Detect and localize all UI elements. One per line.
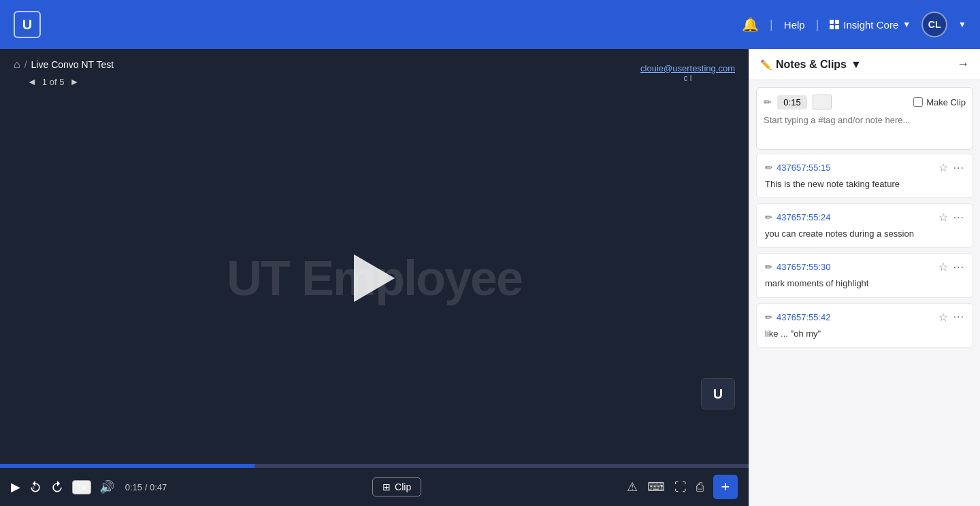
home-icon[interactable]: ⌂	[14, 58, 20, 71]
progress-area	[0, 464, 749, 468]
rewind-icon: 5	[29, 480, 42, 494]
note-timestamp-2[interactable]: 437657:55:30	[777, 262, 831, 272]
star-button-3[interactable]: ☆	[938, 311, 948, 324]
notes-chevron-icon: ▼	[851, 58, 862, 71]
notes-title-dropdown[interactable]: ✏️ Notes & Clips ▼	[760, 58, 862, 71]
color-swatch[interactable]	[813, 95, 832, 109]
note-card-header: ✏ 437657:55:42 ☆ ···	[765, 311, 964, 324]
user-email[interactable]: clouie@usertesting.com	[640, 63, 735, 73]
video-panel: ⌂ / Live Convo NT Test ◄ 1 of 5 ► clouie…	[0, 49, 749, 506]
note-timestamp-3[interactable]: 437657:55:42	[777, 312, 831, 322]
controls-center: ⊞ Clip	[175, 477, 619, 496]
svg-text:5: 5	[33, 486, 35, 490]
notes-expand-icon[interactable]: →	[957, 57, 969, 71]
video-controls: ▶ 5 1x 🔊 0:15 / 0:47 ⊞ Clip	[0, 468, 749, 506]
note-card-left: ✏ 437657:55:42	[765, 312, 831, 322]
notes-list: ✏ 437657:55:15 ☆ ··· This is the new not…	[749, 154, 980, 506]
main-layout: ⌂ / Live Convo NT Test ◄ 1 of 5 ► clouie…	[0, 49, 980, 506]
play-overlay-button[interactable]	[350, 254, 398, 302]
more-button-1[interactable]: ···	[953, 212, 964, 224]
rewind-button[interactable]: 5	[29, 480, 42, 494]
note-actions-1: ☆ ···	[938, 211, 964, 224]
note-card-left: ✏ 437657:55:24	[765, 212, 831, 222]
insight-core-menu[interactable]: Insight Core ▼	[830, 19, 911, 31]
note-pencil-icon: ✏	[764, 97, 772, 107]
watermark-badge: U	[701, 378, 735, 409]
note-textarea[interactable]	[764, 115, 966, 139]
star-button-2[interactable]: ☆	[938, 260, 948, 273]
clip-button[interactable]: ⊞ Clip	[372, 477, 421, 496]
share-icon[interactable]: ⎙	[696, 480, 704, 494]
breadcrumb-separator: /	[24, 59, 27, 70]
note-card: ✏ 437657:55:30 ☆ ··· mark moments of hig…	[756, 253, 973, 297]
note-actions-0: ☆ ···	[938, 161, 964, 174]
page-indicator: 1 of 5	[42, 77, 65, 87]
pagination: ◄ 1 of 5 ►	[14, 76, 114, 87]
volume-button[interactable]: 🔊	[99, 479, 114, 494]
user-info: clouie@usertesting.com c l	[640, 63, 735, 83]
note-actions-3: ☆ ···	[938, 311, 964, 324]
time-display: 0:15 / 0:47	[125, 482, 167, 492]
video-area[interactable]: UT Employee U	[0, 92, 749, 464]
note-card: ✏ 437657:55:15 ☆ ··· This is the new not…	[756, 154, 973, 198]
nav-right: 🔔 | Help | Insight Core ▼ CL ▼	[742, 12, 966, 37]
notes-panel: ✏️ Notes & Clips ▼ → ✏ Make Clip	[749, 49, 980, 506]
make-clip-label[interactable]: Make Clip	[913, 97, 966, 107]
progress-bar-fill	[0, 464, 255, 468]
avatar-chevron-icon[interactable]: ▼	[958, 20, 966, 29]
note-card: ✏ 437657:55:42 ☆ ··· like ... "oh my"	[756, 303, 973, 348]
controls-right: ⚠ ⌨ ⛶ ⎙ +	[627, 475, 738, 499]
note-edit-icon-0: ✏	[765, 163, 772, 173]
note-text-0: This is the new note taking feature	[765, 178, 964, 190]
help-link[interactable]: Help	[784, 19, 805, 31]
fullscreen-icon[interactable]: ⛶	[674, 480, 687, 494]
add-button[interactable]: +	[713, 475, 738, 499]
forward-icon	[50, 480, 64, 494]
forward-button[interactable]	[50, 480, 64, 494]
more-button-0[interactable]: ···	[953, 162, 964, 174]
grid-icon	[830, 20, 839, 29]
keyboard-icon[interactable]: ⌨	[647, 479, 665, 494]
note-edit-icon-1: ✏	[765, 212, 772, 222]
alert-icon[interactable]: ⚠	[627, 479, 638, 494]
note-card-left: ✏ 437657:55:30	[765, 262, 831, 272]
make-clip-checkbox[interactable]	[913, 97, 923, 107]
top-navigation: U 🔔 | Help | Insight Core ▼ CL ▼	[0, 0, 980, 49]
note-card-header: ✏ 437657:55:24 ☆ ···	[765, 211, 964, 224]
speed-button[interactable]: 1x	[72, 480, 91, 494]
play-button[interactable]: ▶	[11, 479, 20, 494]
progress-bar-track[interactable]	[0, 464, 749, 468]
note-text-2: mark moments of highlight	[765, 277, 964, 290]
note-card-header: ✏ 437657:55:15 ☆ ···	[765, 161, 964, 174]
user-initials: c l	[640, 73, 735, 83]
note-timestamp-1[interactable]: 437657:55:24	[777, 212, 831, 222]
nav-divider-2: |	[816, 18, 819, 32]
more-button-3[interactable]: ···	[953, 311, 964, 323]
insight-chevron-icon: ▼	[902, 20, 911, 29]
note-time-row: ✏ Make Clip	[764, 95, 966, 109]
next-page-button[interactable]: ►	[69, 76, 79, 87]
star-button-1[interactable]: ☆	[938, 211, 948, 224]
note-text-3: like ... "oh my"	[765, 328, 964, 340]
nav-divider-1: |	[770, 18, 773, 32]
note-input-area: ✏ Make Clip	[756, 87, 973, 150]
volume-icon: 🔊	[99, 479, 114, 494]
note-text-1: you can create notes during a session	[765, 228, 964, 240]
note-time-input[interactable]	[777, 95, 807, 109]
bell-icon[interactable]: 🔔	[742, 16, 759, 33]
notes-edit-icon: ✏️	[760, 59, 772, 70]
breadcrumb: ⌂ / Live Convo NT Test	[14, 58, 114, 71]
play-icon: ▶	[11, 479, 20, 494]
clip-icon: ⊞	[382, 482, 391, 492]
app-logo[interactable]: U	[14, 11, 41, 38]
note-edit-icon-3: ✏	[765, 312, 772, 322]
prev-page-button[interactable]: ◄	[27, 76, 37, 87]
notes-header: ✏️ Notes & Clips ▼ →	[749, 49, 980, 80]
avatar[interactable]: CL	[921, 12, 947, 37]
star-button-0[interactable]: ☆	[938, 161, 948, 174]
note-card-header: ✏ 437657:55:30 ☆ ···	[765, 260, 964, 273]
note-timestamp-0[interactable]: 437657:55:15	[777, 163, 831, 173]
more-button-2[interactable]: ···	[953, 261, 964, 273]
note-card: ✏ 437657:55:24 ☆ ··· you can create note…	[756, 203, 973, 248]
note-edit-icon-2: ✏	[765, 262, 772, 272]
